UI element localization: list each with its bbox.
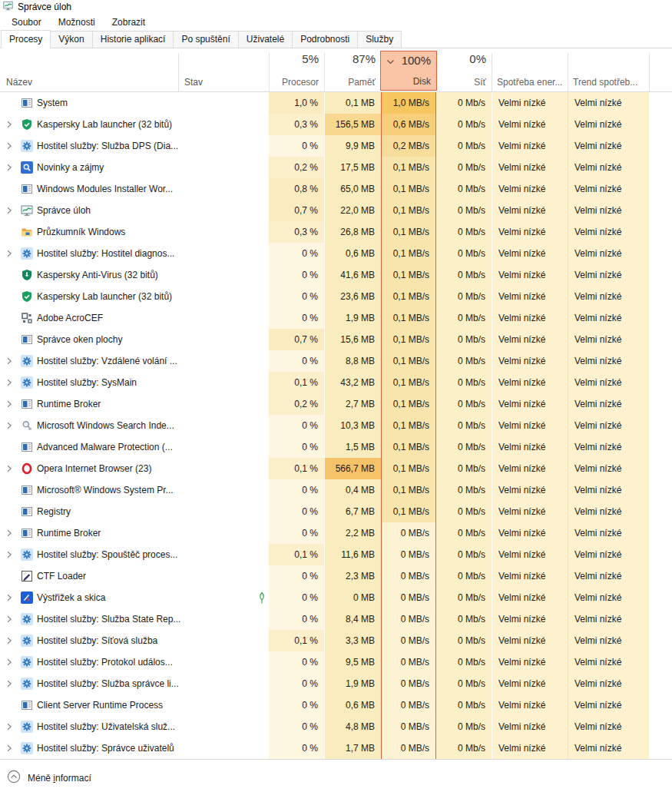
expand-chevron-icon[interactable] [4, 635, 15, 646]
process-row[interactable]: Advanced Malware Protection (...0 %1,5 M… [0, 436, 672, 458]
disk-cell: 0,1 MB/s [381, 286, 436, 307]
expand-chevron-icon[interactable] [4, 119, 15, 130]
expand-chevron-icon[interactable] [4, 420, 15, 431]
process-row[interactable]: Hostitel služby: SysMain0,1 %43,2 MB0,1 … [0, 372, 672, 393]
process-row[interactable]: Kaspersky Lab launcher (32 bitů)0 %23,6 … [0, 286, 672, 307]
process-name: Hostitel služby: Služba State Rep... [37, 608, 180, 630]
column-header-cpu[interactable]: Procesor [269, 77, 319, 88]
expand-chevron-icon[interactable] [4, 205, 15, 216]
process-row[interactable]: Novinky a zájmy0,2 %17,5 MB0,1 MB/s0 Mb/… [0, 157, 672, 178]
process-row[interactable]: Microsoft® Windows System Pr...0 %0,4 MB… [0, 479, 672, 501]
process-row[interactable]: Hostitel služby: Správce uživatelů0 %1,7… [0, 737, 672, 759]
tab-procesy[interactable]: Procesy [1, 30, 51, 48]
column-header-name[interactable]: Název [6, 77, 32, 88]
expand-chevron-icon[interactable] [4, 678, 15, 689]
column-header-disk-selected[interactable]: 100%Disk [380, 51, 437, 91]
process-row[interactable]: Kaspersky Anti-Virus (32 bitů)0 %41,6 MB… [0, 264, 672, 286]
expand-chevron-icon[interactable] [4, 528, 15, 538]
expand-chevron-icon[interactable] [4, 614, 15, 625]
expand-chevron-icon[interactable] [4, 162, 15, 173]
tab-slu-by[interactable]: Služby [357, 31, 402, 48]
memory-cell: 2,3 MB [324, 565, 381, 587]
expand-chevron-icon[interactable] [4, 356, 15, 366]
process-row[interactable]: Runtime Broker0,2 %2,7 MB0,1 MB/s0 Mb/sV… [0, 393, 672, 415]
disk-total-percent: 100% [402, 54, 431, 67]
menu-monosti[interactable]: Možnosti [50, 15, 104, 30]
tab-u-ivatel-[interactable]: Uživatelé [238, 31, 293, 48]
process-row[interactable]: System1,0 %0,1 MB1,0 MB/s0 Mb/sVelmi níz… [0, 92, 672, 114]
column-header-trend[interactable]: Trend spotřeb... [573, 77, 647, 88]
gear-icon [21, 656, 33, 668]
expand-chevron-icon[interactable] [4, 248, 15, 259]
process-row[interactable]: Hostitel služby: Vzdálené volání ...0 %8… [0, 350, 672, 372]
process-row[interactable]: Kaspersky Lab launcher (32 bitů)0,3 %156… [0, 114, 672, 135]
process-row[interactable]: Runtime Broker0 %2,2 MB0 MB/s0 Mb/sVelmi… [0, 522, 672, 544]
pen-icon [21, 570, 33, 582]
expand-chevron-icon[interactable] [4, 657, 15, 668]
network-cell: 0 Mb/s [436, 522, 492, 544]
process-row[interactable]: Registry0 %6,7 MB0,1 MB/s0 Mb/sVelmi níz… [0, 501, 672, 522]
process-row[interactable]: Opera Internet Browser (23)0,1 %566,7 MB… [0, 458, 672, 479]
expand-chevron-icon[interactable] [4, 399, 15, 409]
expand-chevron-icon[interactable] [4, 377, 15, 388]
process-row[interactable]: Správce oken plochy0,7 %15,6 MB0,1 MB/s0… [0, 329, 672, 350]
gear-icon [21, 678, 33, 690]
power-usage-cell: Velmi nízké [492, 565, 568, 587]
disk-cell: 1,0 MB/s [381, 92, 436, 114]
process-row[interactable]: Client Server Runtime Process0 %0,6 MB0 … [0, 694, 672, 716]
column-header-net[interactable]: Síť [436, 77, 486, 88]
expand-chevron-icon[interactable] [4, 592, 15, 603]
process-row[interactable]: Hostitel služby: Hostitel diagnos...0 %0… [0, 243, 672, 264]
news-icon [21, 161, 33, 174]
process-row[interactable]: CTF Loader0 %2,3 MB0 MB/s0 Mb/sVelmi níz… [0, 565, 672, 587]
cpu-cell: 0 % [269, 587, 324, 608]
network-cell: 0 Mb/s [436, 501, 492, 522]
expand-chevron-icon[interactable] [4, 549, 15, 560]
memory-cell: 566,7 MB [324, 458, 381, 479]
process-name: Registry [37, 501, 71, 522]
tab-historie-aplikac-[interactable]: Historie aplikací [92, 31, 174, 48]
expand-chevron-icon[interactable] [4, 141, 15, 151]
power-trend-cell: Velmi nízké [568, 200, 649, 221]
process-row[interactable]: Správce úloh0,7 %22,0 MB0,1 MB/s0 Mb/sVe… [0, 200, 672, 221]
process-row[interactable]: Hostitel služby: Služba DPS (Dia...0 %9,… [0, 135, 672, 157]
process-row[interactable]: Hostitel služby: Služba State Rep...0 %8… [0, 608, 672, 630]
process-row[interactable]: Hostitel služby: Služba správce li...0 %… [0, 673, 672, 694]
process-name: Runtime Broker [37, 393, 101, 415]
process-row[interactable]: Hostitel služby: Síťová služba0,1 %3,3 M… [0, 630, 672, 651]
process-row[interactable]: Průzkumník Windows0,3 %26,8 MB0,1 MB/s0 … [0, 221, 672, 243]
network-cell: 0 Mb/s [436, 608, 492, 630]
memory-cell: 6,7 MB [324, 501, 381, 522]
column-header-mem[interactable]: Paměť [324, 77, 376, 88]
process-row[interactable]: Hostitel služby: Protokol událos...0 %9,… [0, 651, 672, 673]
power-usage-cell: Velmi nízké [492, 135, 568, 157]
process-row[interactable]: Výstřižek a skica0 %0 MB0 MB/s0 Mb/sVelm… [0, 587, 672, 608]
gear-icon [21, 376, 33, 389]
expand-chevron-icon[interactable] [4, 463, 15, 474]
window-icon [21, 441, 33, 453]
menu-zobrazit[interactable]: Zobrazit [104, 15, 154, 30]
fewer-details-button[interactable]: Méně informací [7, 770, 91, 786]
power-trend-cell: Velmi nízké [568, 737, 649, 759]
power-trend-cell: Velmi nízké [568, 372, 649, 393]
tab-po-spu-t-n-[interactable]: Po spuštění [173, 31, 238, 48]
process-row[interactable]: Hostitel služby: Spouštěč proces...0,1 %… [0, 544, 672, 565]
process-row[interactable]: Microsoft Windows Search Inde...0 %10,3 … [0, 415, 672, 436]
expand-chevron-icon[interactable] [4, 721, 15, 732]
cpu-cell: 0 % [269, 264, 324, 286]
network-cell: 0 Mb/s [436, 651, 492, 673]
power-trend-cell: Velmi nízké [568, 286, 649, 307]
window-icon [21, 699, 33, 711]
disk-cell: 0,1 MB/s [381, 458, 436, 479]
expand-chevron-icon[interactable] [4, 743, 15, 754]
menu-soubor[interactable]: Soubor [3, 15, 50, 30]
process-row[interactable]: Adobe AcroCEF0 %1,9 MB0,1 MB/s0 Mb/sVelm… [0, 307, 672, 329]
column-header-power[interactable]: Spotřeba ener... [497, 77, 565, 88]
process-row[interactable]: Windows Modules Installer Wor...0,8 %65,… [0, 178, 672, 200]
process-row[interactable]: Hostitel služby: Uživatelská služ...0 %4… [0, 716, 672, 737]
tab-v-kon[interactable]: Výkon [50, 31, 92, 48]
column-header-status[interactable]: Stav [184, 77, 203, 88]
cpu-cell: 0 % [269, 286, 324, 307]
process-status [178, 630, 269, 651]
tab-podrobnosti[interactable]: Podrobnosti [292, 31, 358, 48]
